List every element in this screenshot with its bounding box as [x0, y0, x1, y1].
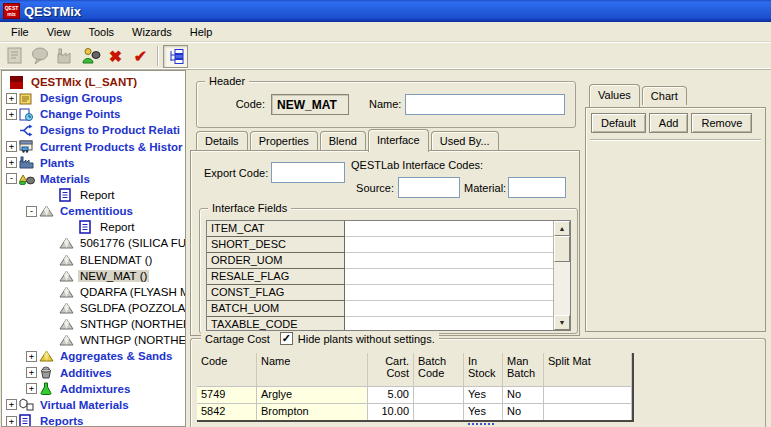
field-row-resale-flag[interactable]: RESALE_FLAG: [207, 269, 570, 285]
tree-item-change-points[interactable]: +Change Points: [2, 106, 185, 122]
field-value-cell[interactable]: [345, 285, 570, 301]
tree-item-designs-to-product-relati[interactable]: Designs to Product Relati: [2, 122, 185, 138]
expander-icon[interactable]: +: [6, 416, 17, 427]
cell-batch-code[interactable]: [414, 403, 464, 420]
app-logo-icon: QEST mix: [3, 3, 20, 19]
expander-icon[interactable]: +: [6, 399, 17, 410]
table-row[interactable]: 5842Brompton10.00YesNo: [197, 403, 632, 420]
header-groupbox: Header Code: NEW_MAT Name:: [196, 81, 576, 128]
cell-split-mat[interactable]: [544, 386, 632, 403]
material-input[interactable]: [508, 177, 566, 198]
menu-tools[interactable]: Tools: [79, 24, 123, 40]
tree-item-reports[interactable]: +Reports: [2, 413, 185, 427]
tree-item-snthgp-northern[interactable]: SNTHGP (NORTHERN: [2, 316, 185, 332]
field-value-cell[interactable]: [345, 301, 570, 317]
tab-interface[interactable]: Interface: [368, 129, 429, 152]
menu-help[interactable]: Help: [181, 24, 222, 40]
field-value-cell[interactable]: [345, 253, 570, 269]
tree-item-cementitious[interactable]: -Cementitious: [2, 203, 185, 219]
cell-batch-code[interactable]: [414, 386, 464, 403]
add-button[interactable]: Add: [649, 113, 689, 133]
field-value-cell[interactable]: [345, 237, 570, 253]
tab-details[interactable]: Details: [196, 131, 248, 150]
tree-item-additives[interactable]: +Additives: [2, 365, 185, 381]
apply-check-icon[interactable]: ✔: [128, 45, 153, 68]
expander-icon[interactable]: +: [6, 141, 17, 152]
field-row-const-flag[interactable]: CONST_FLAG: [207, 285, 570, 301]
tree-item-current-products-histor[interactable]: +Current Products & Histor: [2, 139, 185, 155]
field-value-cell[interactable]: [345, 317, 570, 331]
cell-cart-cost[interactable]: 10.00: [368, 403, 414, 420]
scroll-track[interactable]: [554, 262, 570, 315]
menu-view[interactable]: View: [38, 24, 80, 40]
tab-blend[interactable]: Blend: [320, 131, 366, 150]
hide-plants-checkbox[interactable]: ✓: [280, 332, 293, 345]
tree-item-qestmix-l-sant[interactable]: QESTMix (L_SANT): [2, 74, 185, 90]
tree-item-new-mat[interactable]: NEW_MAT (): [2, 268, 185, 284]
tree-item-report[interactable]: Report: [2, 219, 185, 235]
field-value-cell[interactable]: [345, 269, 570, 285]
tree-item-materials[interactable]: -Materials: [2, 171, 185, 187]
cell-name[interactable]: Brompton: [257, 403, 368, 420]
expander-icon[interactable]: +: [26, 367, 37, 378]
field-name-cell: CONST_FLAG: [207, 285, 345, 301]
tab-chart[interactable]: Chart: [642, 86, 687, 105]
expander-icon[interactable]: +: [6, 157, 17, 168]
source-input[interactable]: [398, 177, 460, 198]
tree-item-blendmat[interactable]: BLENDMAT (): [2, 252, 185, 268]
menu-file[interactable]: File: [2, 24, 38, 40]
cell-name[interactable]: Arglye: [257, 386, 368, 403]
tree-item-virtual-materials[interactable]: +Virtual Materials: [2, 397, 185, 413]
tree-item-aggregates-sands[interactable]: +Aggregates & Sands: [2, 348, 185, 364]
expander-icon[interactable]: +: [6, 109, 17, 120]
field-row-taxable-code[interactable]: TAXABLE_CODE: [207, 317, 570, 331]
tree-view-icon[interactable]: [163, 45, 188, 68]
tree-item-5061776-silica-fum[interactable]: 5061776 (SILICA FUM: [2, 235, 185, 251]
expander-icon[interactable]: +: [26, 351, 37, 362]
default-button[interactable]: Default: [591, 113, 646, 133]
field-row-batch-uom[interactable]: BATCH_UOM: [207, 301, 570, 317]
pile-icon: [59, 286, 75, 298]
cell-in-stock[interactable]: Yes: [464, 403, 503, 420]
tree-item-wnthgp-northern[interactable]: WNTHGP (NORTHERN: [2, 332, 185, 348]
expander-icon[interactable]: +: [6, 93, 17, 104]
tree-item-addmixtures[interactable]: +Addmixtures: [2, 381, 185, 397]
tab-properties[interactable]: Properties: [250, 131, 318, 150]
remove-button[interactable]: Remove: [691, 113, 752, 133]
tab-used-by[interactable]: Used By...: [431, 131, 499, 150]
cell-code[interactable]: 5842: [197, 403, 257, 420]
table-row[interactable]: 5749Arglye5.00YesNo: [197, 386, 632, 403]
field-value-cell[interactable]: [345, 221, 570, 237]
field-name-cell: ORDER_UOM: [207, 253, 345, 269]
field-row-order-uom[interactable]: ORDER_UOM: [207, 253, 570, 269]
scroll-down-icon[interactable]: ▼: [554, 315, 570, 330]
field-row-short-desc[interactable]: SHORT_DESC: [207, 237, 570, 253]
report-icon: [79, 220, 95, 234]
field-row-item-cat[interactable]: ITEM_CAT: [207, 221, 570, 237]
name-input[interactable]: [405, 94, 565, 115]
cell-code[interactable]: 5749: [197, 386, 257, 403]
export-code-input[interactable]: [271, 162, 345, 183]
menu-wizards[interactable]: Wizards: [123, 24, 181, 40]
cell-man-batch[interactable]: No: [503, 386, 544, 403]
cell-in-stock[interactable]: Yes: [464, 386, 503, 403]
fields-scrollbar[interactable]: ▲ ▼: [553, 221, 570, 330]
scroll-thumb[interactable]: [554, 236, 570, 262]
expander-icon[interactable]: -: [6, 173, 17, 184]
cell-man-batch[interactable]: No: [503, 403, 544, 420]
report-icon: [19, 414, 35, 427]
cell-cart-cost[interactable]: 5.00: [368, 386, 414, 403]
tree-item-report[interactable]: Report: [2, 187, 185, 203]
cell-split-mat[interactable]: [544, 403, 632, 420]
tree-item-design-groups[interactable]: +Design Groups: [2, 90, 185, 106]
expander-icon[interactable]: -: [26, 206, 37, 217]
tab-values[interactable]: Values: [589, 84, 640, 107]
delete-icon[interactable]: ✖: [103, 45, 128, 68]
tree-item-plants[interactable]: +Plants: [2, 155, 185, 171]
tree-item-qdarfa-flyash-m[interactable]: QDARFA (FLYASH M: [2, 284, 185, 300]
column-header-line1: Name: [261, 355, 363, 367]
materials-user-icon[interactable]: [78, 45, 103, 68]
scroll-up-icon[interactable]: ▲: [554, 221, 570, 236]
expander-icon[interactable]: +: [26, 383, 37, 394]
tree-item-sgldfa-pozzolan[interactable]: SGLDFA (POZZOLAN: [2, 300, 185, 316]
